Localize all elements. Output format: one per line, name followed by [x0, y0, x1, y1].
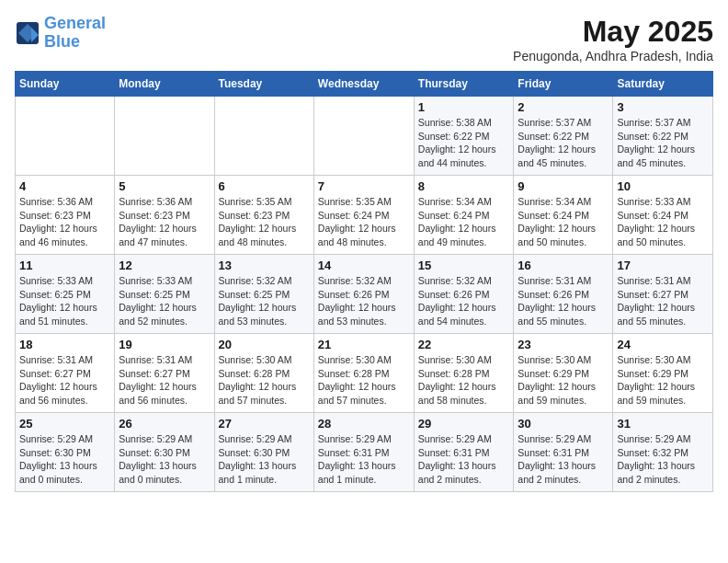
- day-number: 7: [318, 179, 410, 193]
- day-info: Sunrise: 5:29 AM Sunset: 6:31 PM Dayligh…: [518, 432, 609, 487]
- weekday-header: Friday: [514, 72, 613, 97]
- day-number: 6: [219, 179, 310, 193]
- day-info: Sunrise: 5:35 AM Sunset: 6:24 PM Dayligh…: [318, 195, 410, 249]
- day-number: 16: [518, 259, 609, 272]
- day-number: 25: [19, 417, 110, 431]
- day-info: Sunrise: 5:35 AM Sunset: 6:23 PM Dayligh…: [219, 195, 310, 249]
- calendar-cell: 7Sunrise: 5:35 AM Sunset: 6:24 PM Daylig…: [313, 176, 414, 255]
- day-info: Sunrise: 5:38 AM Sunset: 6:22 PM Dayligh…: [418, 116, 510, 170]
- day-number: 8: [418, 179, 510, 193]
- day-number: 31: [617, 417, 709, 431]
- day-info: Sunrise: 5:30 AM Sunset: 6:29 PM Dayligh…: [518, 353, 609, 408]
- day-number: 10: [617, 179, 709, 193]
- day-number: 11: [19, 259, 110, 272]
- calendar-cell: 19Sunrise: 5:31 AM Sunset: 6:27 PM Dayli…: [115, 334, 214, 413]
- day-info: Sunrise: 5:29 AM Sunset: 6:30 PM Dayligh…: [219, 432, 310, 487]
- calendar-cell: 2Sunrise: 5:37 AM Sunset: 6:22 PM Daylig…: [514, 97, 613, 176]
- location: Penugonda, Andhra Pradesh, India: [513, 49, 713, 63]
- day-number: 22: [418, 338, 510, 351]
- day-number: 23: [518, 338, 609, 351]
- calendar-cell: 31Sunrise: 5:29 AM Sunset: 6:32 PM Dayli…: [613, 413, 713, 492]
- day-number: 15: [418, 259, 510, 272]
- calendar-cell: 25Sunrise: 5:29 AM Sunset: 6:30 PM Dayli…: [16, 413, 115, 492]
- calendar-cell: 22Sunrise: 5:30 AM Sunset: 6:28 PM Dayli…: [414, 334, 514, 413]
- day-number: 5: [119, 179, 210, 193]
- calendar-cell: 4Sunrise: 5:36 AM Sunset: 6:23 PM Daylig…: [16, 176, 115, 255]
- day-info: Sunrise: 5:29 AM Sunset: 6:30 PM Dayligh…: [19, 432, 110, 487]
- calendar-week-row: 11Sunrise: 5:33 AM Sunset: 6:25 PM Dayli…: [16, 255, 713, 334]
- weekday-header: Wednesday: [313, 72, 414, 97]
- day-number: 9: [518, 179, 609, 193]
- calendar-cell: 3Sunrise: 5:37 AM Sunset: 6:22 PM Daylig…: [613, 97, 713, 176]
- day-number: 24: [617, 338, 709, 351]
- calendar-week-row: 18Sunrise: 5:31 AM Sunset: 6:27 PM Dayli…: [16, 334, 713, 413]
- calendar-cell: [115, 97, 214, 176]
- calendar-cell: [16, 97, 115, 176]
- day-info: Sunrise: 5:37 AM Sunset: 6:22 PM Dayligh…: [617, 116, 709, 170]
- calendar-cell: 17Sunrise: 5:31 AM Sunset: 6:27 PM Dayli…: [613, 255, 713, 334]
- day-number: 20: [219, 338, 310, 351]
- calendar-cell: [313, 97, 414, 176]
- day-number: 28: [318, 417, 410, 431]
- day-info: Sunrise: 5:31 AM Sunset: 6:27 PM Dayligh…: [19, 353, 110, 408]
- day-info: Sunrise: 5:29 AM Sunset: 6:30 PM Dayligh…: [119, 432, 210, 487]
- day-number: 18: [19, 338, 110, 351]
- calendar-cell: 6Sunrise: 5:35 AM Sunset: 6:23 PM Daylig…: [214, 176, 313, 255]
- day-info: Sunrise: 5:33 AM Sunset: 6:25 PM Dayligh…: [19, 274, 110, 328]
- calendar-table: SundayMondayTuesdayWednesdayThursdayFrid…: [15, 71, 713, 492]
- day-info: Sunrise: 5:32 AM Sunset: 6:26 PM Dayligh…: [418, 274, 510, 328]
- weekday-header: Tuesday: [214, 72, 313, 97]
- day-number: 30: [518, 417, 609, 431]
- day-number: 17: [617, 259, 709, 272]
- day-number: 21: [318, 338, 410, 351]
- page-header: General Blue May 2025 Penugonda, Andhra …: [15, 15, 713, 63]
- day-info: Sunrise: 5:29 AM Sunset: 6:31 PM Dayligh…: [318, 432, 410, 487]
- calendar-cell: 10Sunrise: 5:33 AM Sunset: 6:24 PM Dayli…: [613, 176, 713, 255]
- calendar-cell: 23Sunrise: 5:30 AM Sunset: 6:29 PM Dayli…: [514, 334, 613, 413]
- day-number: 12: [119, 259, 210, 272]
- month-title: May 2025: [513, 15, 713, 49]
- day-number: 1: [418, 100, 510, 114]
- calendar-cell: 5Sunrise: 5:36 AM Sunset: 6:23 PM Daylig…: [115, 176, 214, 255]
- day-info: Sunrise: 5:30 AM Sunset: 6:29 PM Dayligh…: [617, 353, 709, 408]
- calendar-cell: 29Sunrise: 5:29 AM Sunset: 6:31 PM Dayli…: [414, 413, 514, 492]
- day-number: 19: [119, 338, 210, 351]
- day-info: Sunrise: 5:29 AM Sunset: 6:31 PM Dayligh…: [418, 432, 510, 487]
- calendar-week-row: 25Sunrise: 5:29 AM Sunset: 6:30 PM Dayli…: [16, 413, 713, 492]
- calendar-cell: 11Sunrise: 5:33 AM Sunset: 6:25 PM Dayli…: [16, 255, 115, 334]
- day-info: Sunrise: 5:32 AM Sunset: 6:26 PM Dayligh…: [318, 274, 410, 328]
- calendar-cell: 27Sunrise: 5:29 AM Sunset: 6:30 PM Dayli…: [214, 413, 313, 492]
- calendar-cell: 20Sunrise: 5:30 AM Sunset: 6:28 PM Dayli…: [214, 334, 313, 413]
- calendar-cell: 8Sunrise: 5:34 AM Sunset: 6:24 PM Daylig…: [414, 176, 514, 255]
- day-info: Sunrise: 5:31 AM Sunset: 6:27 PM Dayligh…: [617, 274, 709, 328]
- calendar-cell: 12Sunrise: 5:33 AM Sunset: 6:25 PM Dayli…: [115, 255, 214, 334]
- day-info: Sunrise: 5:31 AM Sunset: 6:27 PM Dayligh…: [119, 353, 210, 408]
- calendar-cell: 30Sunrise: 5:29 AM Sunset: 6:31 PM Dayli…: [514, 413, 613, 492]
- calendar-cell: 15Sunrise: 5:32 AM Sunset: 6:26 PM Dayli…: [414, 255, 514, 334]
- logo-icon: [15, 20, 40, 46]
- weekday-header: Saturday: [613, 72, 713, 97]
- calendar-cell: 14Sunrise: 5:32 AM Sunset: 6:26 PM Dayli…: [313, 255, 414, 334]
- day-number: 4: [19, 179, 110, 193]
- day-number: 26: [119, 417, 210, 431]
- calendar-cell: 9Sunrise: 5:34 AM Sunset: 6:24 PM Daylig…: [514, 176, 613, 255]
- day-info: Sunrise: 5:33 AM Sunset: 6:24 PM Dayligh…: [617, 195, 709, 249]
- day-number: 29: [418, 417, 510, 431]
- day-number: 27: [219, 417, 310, 431]
- calendar-cell: [214, 97, 313, 176]
- calendar-cell: 28Sunrise: 5:29 AM Sunset: 6:31 PM Dayli…: [313, 413, 414, 492]
- day-info: Sunrise: 5:37 AM Sunset: 6:22 PM Dayligh…: [518, 116, 609, 170]
- day-info: Sunrise: 5:36 AM Sunset: 6:23 PM Dayligh…: [19, 195, 110, 249]
- day-info: Sunrise: 5:32 AM Sunset: 6:25 PM Dayligh…: [219, 274, 310, 328]
- calendar-cell: 13Sunrise: 5:32 AM Sunset: 6:25 PM Dayli…: [214, 255, 313, 334]
- calendar-week-row: 1Sunrise: 5:38 AM Sunset: 6:22 PM Daylig…: [16, 97, 713, 176]
- day-number: 2: [518, 100, 609, 114]
- day-info: Sunrise: 5:34 AM Sunset: 6:24 PM Dayligh…: [418, 195, 510, 249]
- logo-text: General Blue: [44, 15, 106, 52]
- day-number: 3: [617, 100, 709, 114]
- day-info: Sunrise: 5:36 AM Sunset: 6:23 PM Dayligh…: [119, 195, 210, 249]
- calendar-cell: 26Sunrise: 5:29 AM Sunset: 6:30 PM Dayli…: [115, 413, 214, 492]
- day-info: Sunrise: 5:33 AM Sunset: 6:25 PM Dayligh…: [119, 274, 210, 328]
- calendar-cell: 16Sunrise: 5:31 AM Sunset: 6:26 PM Dayli…: [514, 255, 613, 334]
- calendar-cell: 24Sunrise: 5:30 AM Sunset: 6:29 PM Dayli…: [613, 334, 713, 413]
